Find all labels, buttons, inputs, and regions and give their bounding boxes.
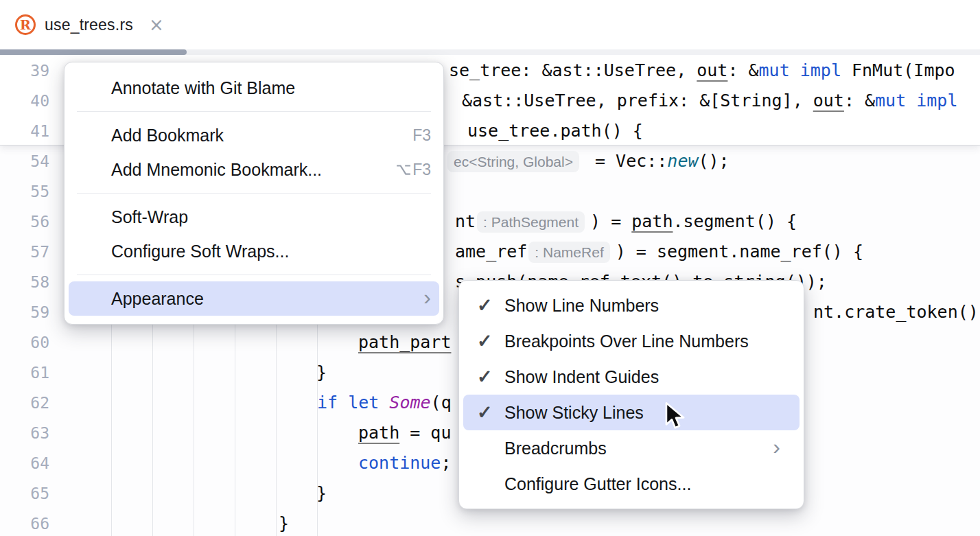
line-number-63[interactable]: 63	[0, 418, 49, 448]
menu-item-label: Breakpoints Over Line Numbers	[504, 331, 749, 351]
code-line-40[interactable]: &ast::UseTree, prefix: &[String], out: &…	[462, 86, 957, 116]
code-line-41[interactable]: use_tree.path() {	[467, 116, 643, 146]
code-token: se_tree: &ast::UseTree,	[449, 60, 697, 80]
editor-tab-bar: R use_trees.rs ×	[0, 0, 980, 55]
tab-close-icon[interactable]: ×	[149, 16, 164, 34]
menu-separator	[77, 275, 431, 275]
line-number-40[interactable]: 40	[0, 86, 49, 116]
menu-item-label: Annotate with Git Blame	[111, 78, 295, 98]
line-number-60[interactable]: 60	[0, 327, 49, 358]
inlay-hint: : PathSegment	[477, 211, 585, 233]
menu-item-show-sticky-lines[interactable]: ✓Show Sticky Lines	[463, 395, 800, 430]
code-token: ();	[699, 151, 730, 171]
menu-item-add-bookmark[interactable]: Add BookmarkF3	[69, 118, 439, 152]
appearance-submenu: ✓Show Line Numbers✓Breakpoints Over Line…	[458, 280, 804, 509]
code-line-63[interactable]: path = qu	[358, 418, 451, 448]
rust-file-icon: R	[15, 14, 36, 35]
code-line-62[interactable]: if let Some(q	[317, 388, 452, 418]
mouse-cursor	[664, 401, 688, 430]
chevron-right-icon: ›	[423, 286, 431, 311]
code-line-65[interactable]: }	[316, 478, 327, 509]
code-token: = qu	[399, 423, 451, 443]
menu-item-configure-gutter-icons[interactable]: Configure Gutter Icons...	[463, 466, 800, 502]
code-token: nt.crate_token()	[813, 302, 979, 322]
line-number-41[interactable]: 41	[0, 116, 49, 146]
menu-item-show-indent-guides[interactable]: ✓Show Indent Guides	[463, 359, 800, 395]
code-token: &ast::UseTree, prefix: &[String],	[462, 91, 813, 110]
line-number-56[interactable]: 56	[0, 207, 49, 237]
code-line-56[interactable]: nt: PathSegment) = path.segment() {	[455, 207, 797, 237]
line-number-58[interactable]: 58	[0, 267, 49, 297]
menu-item-label: Breadcrumbs	[504, 439, 607, 458]
menu-item-label: Appearance	[111, 289, 204, 309]
code-line-57[interactable]: ame_ref: NameRef) = segment.name_ref() {	[455, 237, 863, 267]
menu-item-annotate-with-git-blame[interactable]: Annotate with Git Blame	[69, 71, 439, 105]
code-token: .segment() {	[673, 211, 797, 231]
code-line-39[interactable]: se_tree: &ast::UseTree, out: &mut impl F…	[449, 56, 955, 86]
menu-item-breadcrumbs[interactable]: Breadcrumbs›	[463, 430, 800, 466]
menu-separator	[77, 193, 431, 194]
code-token: path	[358, 423, 399, 443]
menu-item-configure-soft-wraps[interactable]: Configure Soft Wraps...	[69, 234, 439, 268]
inlay-hint: : NameRef	[528, 242, 609, 263]
code-token: }	[316, 483, 327, 503]
code-line-66[interactable]: }	[279, 509, 289, 536]
menu-item-label: Configure Gutter Icons...	[504, 474, 691, 494]
line-number-62[interactable]: 62	[0, 388, 49, 418]
line-number-57[interactable]: 57	[0, 237, 49, 267]
code-token: out	[813, 91, 844, 110]
checkmark-icon: ✓	[477, 330, 504, 352]
tab-use-trees[interactable]: R use_trees.rs ×	[0, 0, 182, 49]
code-token: path	[631, 211, 673, 231]
line-number-59[interactable]: 59	[0, 297, 49, 327]
code-token: Some	[389, 393, 430, 412]
code-token: mut impl	[875, 91, 957, 110]
tab-scrollbar-thumb[interactable]	[0, 49, 187, 55]
code-line-59[interactable]: nt.crate_token()	[813, 297, 979, 327]
editor-context-menu: Annotate with Git BlameAdd BookmarkF3Add…	[64, 62, 444, 325]
menu-separator	[77, 111, 431, 112]
inlay-hint: ec<String, Global>	[447, 151, 579, 172]
code-token: FnMut(Impo	[841, 60, 955, 80]
tab-title: use_trees.rs	[45, 16, 133, 34]
tab-scrollbar-track	[0, 49, 980, 55]
code-token: new	[667, 151, 698, 171]
code-token: ) =	[590, 211, 631, 231]
line-number-54[interactable]: 54	[0, 146, 49, 176]
menu-item-label: Soft-Wrap	[111, 207, 188, 227]
menu-item-add-mnemonic-bookmark[interactable]: Add Mnemonic Bookmark...F3	[69, 152, 439, 187]
line-number-64[interactable]: 64	[0, 448, 49, 478]
line-number-65[interactable]: 65	[0, 478, 49, 509]
menu-item-show-line-numbers[interactable]: ✓Show Line Numbers	[463, 288, 800, 323]
checkmark-icon: ✓	[477, 366, 504, 388]
ide-window: 39se_tree: &ast::UseTree, out: &mut impl…	[0, 0, 980, 536]
code-token: = Vec::	[585, 151, 667, 171]
code-line-64[interactable]: continue;	[358, 448, 451, 478]
code-token: }	[279, 513, 289, 533]
code-token: out	[697, 60, 727, 80]
code-token: ) = segment.name_ref() {	[616, 242, 863, 261]
menu-item-soft-wrap[interactable]: Soft-Wrap	[69, 200, 439, 234]
code-line-54[interactable]: ec<String, Global> = Vec::new();	[446, 146, 730, 176]
menu-shortcut: F3	[396, 161, 431, 179]
option-key-icon	[396, 163, 411, 176]
code-token: (q	[431, 393, 452, 412]
menu-item-label: Add Mnemonic Bookmark...	[111, 160, 322, 180]
menu-item-appearance[interactable]: Appearance›	[69, 281, 439, 316]
menu-item-breakpoints-over-line-numbers[interactable]: ✓Breakpoints Over Line Numbers	[463, 323, 800, 359]
code-token: continue	[358, 453, 441, 473]
menu-item-label: Configure Soft Wraps...	[111, 242, 289, 261]
menu-item-label: Show Line Numbers	[504, 296, 659, 316]
code-token: }	[316, 362, 327, 382]
code-token: ;	[441, 453, 451, 473]
code-line-60[interactable]: path_part	[358, 327, 451, 358]
chevron-right-icon: ›	[773, 436, 780, 461]
checkmark-icon: ✓	[477, 294, 504, 316]
code-line-61[interactable]: }	[316, 358, 327, 388]
line-number-66[interactable]: 66	[0, 509, 49, 536]
code-token: use_tree.path() {	[467, 121, 643, 141]
line-number-39[interactable]: 39	[0, 56, 49, 86]
menu-shortcut-text: F3	[412, 161, 431, 179]
line-number-61[interactable]: 61	[0, 358, 49, 388]
line-number-55[interactable]: 55	[0, 176, 49, 207]
